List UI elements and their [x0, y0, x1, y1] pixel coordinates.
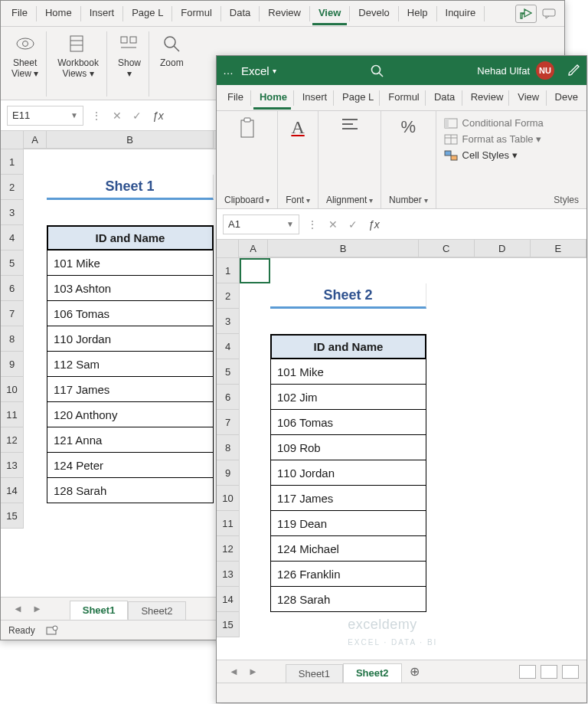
share-button[interactable] [515, 5, 537, 23]
row-header-9[interactable]: 9 [217, 460, 240, 486]
select-all-corner[interactable] [1, 131, 24, 149]
record-macro-icon[interactable] [46, 625, 58, 636]
tab-developer[interactable]: Deve [549, 87, 582, 110]
row-header-2[interactable]: 2 [217, 283, 240, 309]
row-header-4[interactable]: 4 [1, 225, 24, 250]
table-row[interactable]: 102 Jim [270, 385, 426, 410]
table-row[interactable]: 110 Jordan [270, 460, 426, 486]
tab-file[interactable]: File [5, 2, 34, 25]
formula-input[interactable] [387, 215, 580, 233]
ribbon-group-sheet-view[interactable]: Sheet View ▾ [4, 31, 47, 97]
tab-data[interactable]: Data [224, 2, 256, 25]
table-row[interactable]: 120 Anthony [47, 402, 214, 427]
search-icon[interactable] [370, 64, 384, 77]
tab-review[interactable]: Review [465, 87, 507, 110]
table-row[interactable]: 128 Sarah [47, 478, 214, 503]
row-header-1[interactable]: 1 [1, 149, 24, 175]
conditional-formatting-button[interactable]: Conditional Forma [444, 117, 544, 129]
col-header-B[interactable]: B [47, 131, 214, 149]
sheet-nav-prev[interactable]: ◄ [224, 666, 243, 677]
tab-page-layout[interactable]: Page L [336, 87, 377, 110]
row-header-5[interactable]: 5 [217, 359, 240, 385]
row-header-15[interactable]: 15 [1, 503, 24, 529]
table-row[interactable]: 103 Ashton [47, 276, 214, 301]
ribbon-group-show[interactable]: Show ▾ [110, 31, 149, 97]
name-box[interactable]: E11 ▼ [7, 106, 83, 126]
table-row[interactable]: 112 Sam [47, 352, 214, 377]
quick-access-more-icon[interactable]: … [223, 64, 234, 77]
ribbon-group-zoom[interactable]: Zoom [152, 31, 191, 97]
table-row[interactable]: 106 Tomas [270, 410, 426, 435]
row-header-11[interactable]: 11 [217, 511, 240, 536]
table-row[interactable]: 124 Michael [270, 536, 426, 562]
tab-view[interactable]: View [312, 2, 347, 25]
table-row[interactable]: 110 Jordan [47, 326, 214, 352]
enter-icon[interactable]: ✓ [132, 110, 142, 122]
name-box[interactable]: A1 ▼ [223, 214, 299, 234]
table-row[interactable]: 128 Sarah [270, 587, 426, 612]
row-header-10[interactable]: 10 [1, 377, 24, 402]
row-header-5[interactable]: 5 [1, 250, 24, 276]
table-row[interactable]: 124 Peter [47, 453, 214, 478]
table-row[interactable]: 117 James [270, 486, 426, 511]
row-header-11[interactable]: 11 [1, 402, 24, 427]
row-header-14[interactable]: 14 [1, 478, 24, 503]
new-sheet-button[interactable]: ⊕ [402, 661, 427, 682]
ribbon-group-number[interactable]: % Number [381, 111, 436, 208]
row-header-12[interactable]: 12 [1, 427, 24, 453]
tab-insert[interactable]: Insert [83, 2, 121, 25]
draw-tool-icon[interactable] [567, 64, 580, 77]
comments-button[interactable] [538, 5, 560, 23]
normal-view-button[interactable] [519, 665, 536, 679]
col-header-A[interactable]: A [24, 131, 47, 149]
tab-file[interactable]: File [221, 87, 248, 110]
sheet-tab-sheet2[interactable]: Sheet2 [343, 663, 402, 683]
sheet-nav-next[interactable]: ► [28, 603, 47, 614]
table-row[interactable]: 126 Franklin [270, 562, 426, 587]
row-header-7[interactable]: 7 [1, 301, 24, 326]
table-row[interactable]: 119 Dean [270, 511, 426, 536]
page-layout-view-button[interactable] [541, 665, 557, 679]
ribbon-group-workbook-views[interactable]: Workbook Views ▾ [50, 31, 107, 97]
ribbon-group-alignment[interactable]: Alignment [318, 111, 381, 208]
row-header-13[interactable]: 13 [1, 453, 24, 478]
tab-view[interactable]: View [511, 87, 543, 110]
spreadsheet-grid-front[interactable]: A B C D E 123456789101112131415 Sheet 2 … [217, 240, 586, 653]
user-name[interactable]: Nehad Ulfat [477, 65, 530, 77]
col-header-C[interactable]: C [419, 240, 475, 257]
sheet-tab-sheet1[interactable]: Sheet1 [286, 664, 343, 683]
format-as-table-button[interactable]: Format as Table ▾ [444, 133, 542, 145]
tab-developer[interactable]: Develo [352, 2, 395, 25]
col-header-E[interactable]: E [531, 240, 586, 257]
tab-formulas[interactable]: Formul [382, 87, 423, 110]
row-header-15[interactable]: 15 [217, 612, 240, 637]
cancel-icon[interactable]: ✕ [328, 218, 338, 231]
select-all-corner[interactable] [217, 240, 239, 258]
tab-insert[interactable]: Insert [296, 87, 331, 110]
table-row[interactable]: 117 James [47, 377, 214, 402]
tab-review[interactable]: Review [262, 2, 307, 25]
col-header-D[interactable]: D [475, 240, 531, 257]
ribbon-group-clipboard[interactable]: Clipboard [217, 111, 278, 208]
row-header-10[interactable]: 10 [217, 486, 240, 511]
tab-home[interactable]: Home [253, 87, 291, 110]
row-header-4[interactable]: 4 [217, 334, 240, 359]
page-break-view-button[interactable] [562, 665, 579, 679]
tab-data[interactable]: Data [428, 87, 459, 110]
row-header-9[interactable]: 9 [1, 352, 24, 377]
tab-page-layout[interactable]: Page L [126, 2, 169, 25]
table-row[interactable]: 121 Anna [47, 427, 214, 453]
table-row[interactable]: 109 Rob [270, 435, 426, 460]
selected-cell-A1[interactable] [240, 258, 270, 283]
row-header-7[interactable]: 7 [217, 410, 240, 435]
row-header-6[interactable]: 6 [217, 385, 240, 410]
fx-icon[interactable]: ƒx [152, 110, 164, 122]
avatar[interactable]: NU [536, 61, 554, 80]
row-header-8[interactable]: 8 [1, 326, 24, 352]
row-header-14[interactable]: 14 [217, 587, 240, 612]
table-row[interactable]: 101 Mike [47, 250, 214, 276]
sheet-nav-next[interactable]: ► [243, 666, 263, 677]
cancel-icon[interactable]: ✕ [113, 110, 122, 122]
ribbon-group-font[interactable]: A Font [278, 111, 318, 208]
row-header-6[interactable]: 6 [1, 276, 24, 301]
